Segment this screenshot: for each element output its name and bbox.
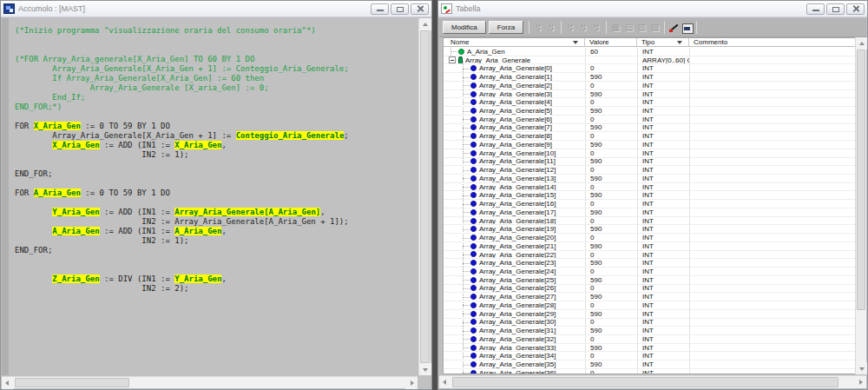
table-row[interactable]: Array_Aria_Generale[14]0INT [444, 183, 858, 192]
table-row[interactable]: Array_Aria_Generale[0]0INT [444, 64, 858, 73]
scroll-right-icon[interactable] [854, 376, 866, 388]
hscroll-thumb[interactable] [452, 377, 838, 387]
cell-name: Array_Aria_Generale[2] [444, 82, 585, 89]
table-row[interactable]: Array_Aria_Generale[36]0INT [444, 369, 858, 373]
cell-value: 0 [585, 116, 637, 123]
scroll-right-icon[interactable] [405, 377, 418, 389]
table-row[interactable]: Array_Aria_Generale[16]0INT [444, 200, 858, 208]
table-row[interactable]: Array_Aria_Generale[6]0INT [444, 116, 858, 124]
table-row[interactable]: Array_Aria_Generale[3]590INT [444, 90, 858, 99]
table-vscrollbar[interactable] [855, 37, 866, 374]
cell-comment [689, 56, 858, 64]
table-row[interactable]: Array_Aria_Generale[35]590INT [444, 360, 858, 369]
collapse-toggle[interactable] [449, 56, 456, 63]
table-row[interactable]: Array_Aria_Generale[12]0INT [444, 166, 858, 175]
table-row[interactable]: Array_Aria_Generale[8]0INT [444, 132, 858, 141]
toolbar-separator [664, 21, 665, 34]
code-line [15, 179, 418, 188]
column-header-nome[interactable]: Nome [444, 38, 585, 46]
table-row[interactable]: Array_Aria_Generale[1]590INT [444, 73, 858, 82]
column-header-valore[interactable]: Valore [585, 38, 637, 46]
tree-line [463, 365, 470, 366]
table-row[interactable]: Array_Aria_Generale[33]590INT [444, 344, 858, 353]
table-row[interactable]: Array_Aria_GeneraleARRAY[0..60] O... [444, 56, 858, 65]
table-row[interactable]: Array_Aria_Generale[21]590INT [444, 242, 858, 251]
table-row[interactable]: Array_Aria_Generale[25]590INT [444, 276, 858, 285]
table-row[interactable]: Array_Aria_Generale[7]590INT [444, 124, 858, 133]
scroll-down-icon[interactable] [419, 363, 431, 375]
table-hscrollbar[interactable] [439, 375, 866, 388]
column-header-commento[interactable]: Commento [689, 38, 858, 46]
minimize-button[interactable] [371, 3, 389, 15]
filter-dropdown-icon[interactable] [677, 41, 682, 44]
int-format-icon[interactable] [681, 22, 694, 34]
table-row[interactable]: Array_Aria_Generale[31]590INT [444, 327, 858, 335]
table-row[interactable]: Array_Aria_Generale[28]0INT [444, 301, 858, 310]
table-titlebar[interactable]: Tabella [438, 1, 867, 17]
cell-name: Array_Aria_Generale[6] [444, 116, 585, 123]
scroll-down-icon[interactable] [856, 362, 867, 374]
table-row[interactable]: Array_Aria_Generale[15]590INT [444, 191, 858, 200]
scroll-up-icon[interactable] [856, 37, 867, 50]
editor-titlebar[interactable]: Accumolo : [MAST] [1, 1, 431, 17]
vscroll-thumb[interactable] [420, 30, 430, 363]
table-row[interactable]: Array_Aria_Generale[9]590INT [444, 141, 858, 149]
table-row[interactable]: Array_Aria_Generale[24]0INT [444, 268, 858, 276]
maximize-button[interactable] [391, 3, 409, 15]
close-button[interactable] [846, 3, 865, 15]
blue-circle-icon [470, 99, 477, 105]
scroll-up-icon[interactable] [419, 18, 431, 30]
toolbar-icons: ↯↯↯↯↯▦▤▥▨ [526, 21, 700, 34]
code-area[interactable]: (*Inizio programma "visualizzazione orar… [9, 18, 418, 375]
blue-circle-icon [470, 226, 477, 232]
variable-name: Array_Aria_Generale[5] [479, 107, 552, 115]
column-header-tipo[interactable]: Tipo [637, 38, 689, 46]
code-line: IN2 := Array_Aria_Generale[A_Aria_Gen + … [15, 217, 418, 227]
forza-button[interactable]: Forza [489, 21, 523, 34]
table-row[interactable]: Array_Aria_Generale[5]590INT [444, 107, 858, 116]
table-row[interactable]: Array_Aria_Generale[23]590INT [444, 259, 858, 268]
cell-comment [689, 319, 858, 327]
table-row[interactable]: Array_Aria_Generale[32]0INT [444, 335, 858, 344]
cell-name: Array_Aria_Generale[20] [444, 234, 585, 241]
table-row[interactable]: Array_Aria_Generale[17]590INT [444, 208, 858, 217]
table-row[interactable]: Array_Aria_Generale[10]0INT [444, 149, 858, 158]
table-row[interactable]: Array_Aria_Generale[26]0INT [444, 285, 858, 294]
cell-value: 0 [585, 234, 637, 241]
minimize-button[interactable] [806, 3, 825, 15]
table-row[interactable]: Array_Aria_Generale[19]590INT [444, 225, 858, 234]
cell-name: Array_Aria_Generale[8] [444, 132, 585, 140]
close-button[interactable] [411, 3, 429, 15]
scroll-left-icon[interactable] [2, 377, 14, 389]
table-row[interactable]: Array_Aria_Generale[13]590INT [444, 175, 858, 183]
code-line: A_Aria_Gen := ADD (IN1 := A_Aria_Gen, [15, 227, 418, 236]
modification-mode-icon[interactable] [667, 22, 681, 34]
maximize-button[interactable] [826, 3, 845, 15]
table-row[interactable]: Array_Aria_Generale[20]0INT [444, 234, 858, 242]
variable-name: Array_Aria_Generale[29] [479, 310, 556, 318]
table-row[interactable]: Array_Aria_Generale[2]0INT [444, 82, 858, 90]
table-row[interactable]: Array_Aria_Generale[11]590INT [444, 158, 858, 167]
table-row[interactable]: Array_Aria_Generale[22]0INT [444, 251, 858, 260]
variable-name: Array_Aria_Generale[7] [479, 124, 552, 132]
hscroll-thumb[interactable] [15, 378, 129, 387]
tree-line [463, 331, 470, 332]
table-row[interactable]: Array_Aria_Generale[27]590INT [444, 293, 858, 301]
variable-name: Array_Aria_Generale[22] [479, 251, 556, 259]
blue-circle-icon [470, 353, 477, 359]
table-row[interactable]: Array_Aria_Generale[4]0INT [444, 98, 858, 107]
table-row[interactable]: Array_Aria_Generale[34]0INT [444, 352, 858, 360]
editor-vscrollbar[interactable] [418, 18, 431, 375]
cell-type: INT [637, 98, 689, 106]
filter-dropdown-icon[interactable] [573, 41, 578, 44]
vscroll-thumb[interactable] [857, 50, 865, 310]
cell-type: INT [637, 327, 689, 334]
tree-line [463, 178, 470, 179]
table-row[interactable]: Array_Aria_Generale[30]0INT [444, 319, 858, 327]
table-row[interactable]: Array_Aria_Generale[29]590INT [444, 310, 858, 319]
table-row[interactable]: Array_Aria_Generale[18]0INT [444, 217, 858, 226]
table-row[interactable]: A_Aria_Gen60INT [444, 48, 858, 56]
modifica-button[interactable]: Modifica [443, 21, 486, 34]
editor-hscrollbar[interactable] [2, 376, 418, 388]
scroll-left-icon[interactable] [439, 376, 451, 388]
